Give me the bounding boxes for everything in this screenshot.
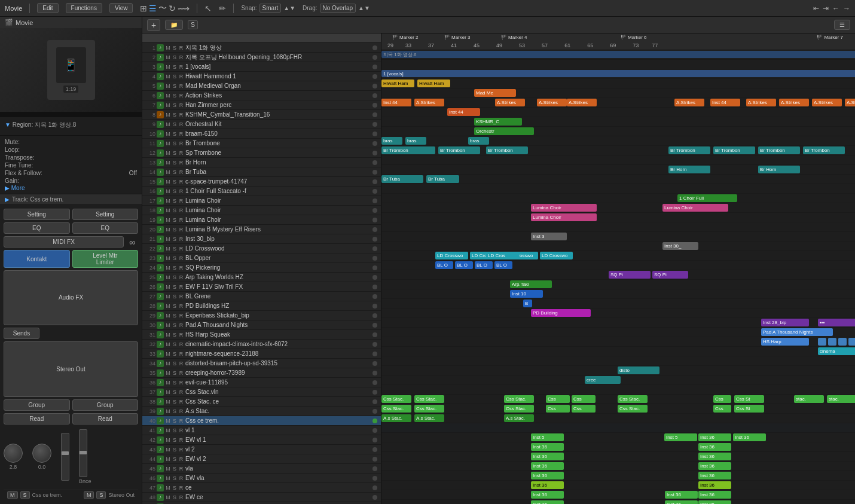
clip-astrikes10[interactable]: A.Strikes bbox=[845, 99, 855, 106]
clip-lumina1[interactable]: Lumina Choir bbox=[531, 204, 597, 212]
track-header-48[interactable]: 48 ♪ M S R EW ce bbox=[142, 493, 381, 502]
r-25[interactable]: R bbox=[178, 274, 184, 280]
clip-css2[interactable]: Css bbox=[546, 395, 570, 403]
s-37[interactable]: S bbox=[172, 389, 178, 395]
clip-br-trombone2[interactable]: Br Trombon bbox=[438, 146, 480, 154]
clip-inst36-r44-1[interactable]: Inst 36 bbox=[531, 462, 564, 470]
track-header-11[interactable]: 11 ♪ M S R Br Trombone bbox=[142, 139, 381, 148]
r-44[interactable]: R bbox=[178, 456, 184, 462]
m-16[interactable]: M bbox=[165, 188, 171, 194]
s-17[interactable]: S bbox=[172, 198, 178, 204]
clip-inst28[interactable]: Inst 28_bip bbox=[761, 319, 809, 326]
m-9[interactable]: M bbox=[165, 121, 171, 127]
s-btn-1[interactable]: S bbox=[20, 491, 30, 499]
clip-blo3[interactable]: BL O bbox=[475, 261, 493, 269]
clip-inst10[interactable]: Inst 10 bbox=[510, 290, 543, 298]
setting-btn-1[interactable]: Setting bbox=[4, 209, 70, 220]
clip-css-ce2[interactable]: Css Stac. bbox=[414, 405, 444, 413]
loop-icon[interactable]: ↻ bbox=[169, 4, 176, 13]
wave-icon[interactable]: 〜 bbox=[158, 3, 167, 14]
clip-inst36-r42-1[interactable]: Inst 36 bbox=[531, 443, 564, 451]
r-18[interactable]: R bbox=[178, 207, 184, 213]
clip-css-ce3[interactable]: Css Stac. bbox=[504, 405, 534, 413]
track-header-30[interactable]: 30 ♪ M S R Pad A Thousand Nights bbox=[142, 320, 381, 330]
clip-hiwatt1[interactable]: Hiwatt Ham bbox=[381, 80, 414, 87]
clip-sm3[interactable] bbox=[838, 338, 847, 346]
track-header-24[interactable]: 24 ♪ M S R SQ Pickering bbox=[142, 263, 381, 273]
r-27[interactable]: R bbox=[178, 294, 184, 300]
r-24[interactable]: R bbox=[178, 265, 184, 271]
zoom-in-icon[interactable]: ⇤ bbox=[813, 4, 819, 13]
clip-inst36-r48-3[interactable]: Inst 36 bbox=[698, 500, 731, 504]
list-icon[interactable]: ☰ bbox=[149, 4, 157, 13]
r-3[interactable]: R bbox=[178, 64, 184, 70]
r-31[interactable]: R bbox=[178, 332, 184, 338]
m-14[interactable]: M bbox=[165, 169, 171, 175]
clip-br-trombone1[interactable]: Br Trombon bbox=[381, 146, 435, 154]
clip-hs-harp[interactable]: HS Harp bbox=[761, 338, 809, 346]
r-6[interactable]: R bbox=[178, 93, 184, 99]
m-21[interactable]: M bbox=[165, 236, 171, 242]
s-14[interactable]: S bbox=[172, 169, 178, 175]
track-header-47[interactable]: 47 ♪ M S R ce bbox=[142, 483, 381, 493]
track-header-34[interactable]: 34 ♪ M S R distorted-braam-pitch-up-sd-3… bbox=[142, 359, 381, 368]
r-45[interactable]: R bbox=[178, 466, 184, 472]
clip-blo2[interactable]: BL O bbox=[455, 261, 473, 269]
m-42[interactable]: M bbox=[165, 437, 171, 443]
s-47[interactable]: S bbox=[172, 485, 178, 491]
r-5[interactable]: R bbox=[178, 83, 184, 89]
volume-knob[interactable] bbox=[4, 444, 23, 463]
s-13[interactable]: S bbox=[172, 160, 178, 166]
r-43[interactable]: R bbox=[178, 447, 184, 453]
clip-css-ce7[interactable]: Css bbox=[713, 405, 731, 413]
clip-inst36-r46-2[interactable]: Inst 36 bbox=[698, 481, 731, 489]
clip-br-trombone6[interactable]: Br Trombon bbox=[758, 146, 800, 154]
track-header-19[interactable]: 19 ♪ M S R Lumina Choir bbox=[142, 215, 381, 225]
m-29[interactable]: M bbox=[165, 313, 171, 319]
s-28[interactable]: S bbox=[172, 303, 178, 309]
r-12[interactable]: R bbox=[178, 150, 184, 156]
m-6[interactable]: M bbox=[165, 93, 171, 99]
r-23[interactable]: R bbox=[178, 255, 184, 261]
track-header-22[interactable]: 22 ♪ M S R LD Crosswood bbox=[142, 244, 381, 253]
level-mtr-btn[interactable]: Level MtrLimiter bbox=[72, 250, 139, 268]
tracks-canvas[interactable]: 지목 1화 영상.6 1 [vocals] Hiwatt Ham bbox=[381, 50, 855, 504]
clip-br-trombone4[interactable]: Br Trombon bbox=[668, 146, 710, 154]
track-header-32[interactable]: 32 ♪ M S R cinematic-impact-climax-intro… bbox=[142, 340, 381, 349]
track-header-4[interactable]: 4 ♪ M S R Hiwatt Hammond 1 bbox=[142, 72, 381, 81]
r-20[interactable]: R bbox=[178, 227, 184, 233]
s-44[interactable]: S bbox=[172, 456, 178, 462]
clip-astrikes4[interactable]: A.Strikes bbox=[537, 99, 567, 106]
m-5[interactable]: M bbox=[165, 83, 171, 89]
s-19[interactable]: S bbox=[172, 217, 178, 223]
track-header-25[interactable]: 25 ♪ M S R Arp Taking Worlds HZ bbox=[142, 273, 381, 282]
r-21[interactable]: R bbox=[178, 236, 184, 242]
clip-css-stac3[interactable]: Css Stac. bbox=[504, 395, 534, 403]
s-2[interactable]: S bbox=[172, 54, 178, 60]
r-9[interactable]: R bbox=[178, 121, 184, 127]
m-46[interactable]: M bbox=[165, 475, 171, 481]
drag-arrow[interactable]: ▲▼ bbox=[358, 5, 370, 11]
clip-inst28-2[interactable]: ▪▪▪ bbox=[818, 319, 855, 326]
track-header-8[interactable]: 8 ♪ M S R KSHMR_Cymbal_Transition_16 bbox=[142, 110, 381, 120]
s-4[interactable]: S bbox=[172, 74, 178, 80]
m-15[interactable]: M bbox=[165, 179, 171, 185]
m-13[interactable]: M bbox=[165, 160, 171, 166]
clip-inst36-r47-3[interactable]: Inst 36 bbox=[698, 491, 731, 499]
midi-fx-btn[interactable]: MIDI FX bbox=[4, 236, 124, 248]
clip-blo4[interactable]: BL O bbox=[494, 261, 512, 269]
clip-bras3[interactable]: bras bbox=[468, 137, 489, 145]
clip-hiwatt2[interactable]: Hiwatt Ham bbox=[417, 80, 450, 87]
m-22[interactable]: M bbox=[165, 246, 171, 252]
more-link[interactable]: ▶ More bbox=[5, 185, 137, 191]
clip-br-tuba1[interactable]: Br Tuba bbox=[381, 175, 423, 183]
clip-inst30[interactable]: Inst 30_ bbox=[662, 242, 698, 250]
s-40[interactable]: S bbox=[172, 418, 178, 424]
clip-astrikes7[interactable]: A.Strikes bbox=[746, 99, 776, 106]
r-8[interactable]: R bbox=[178, 112, 184, 118]
m-41[interactable]: M bbox=[165, 427, 171, 433]
s-6[interactable]: S bbox=[172, 93, 178, 99]
clip-css-stac1[interactable]: Css Stac. bbox=[381, 395, 411, 403]
read-btn-2[interactable]: Read bbox=[72, 413, 139, 424]
clip-css-st[interactable]: Css St bbox=[734, 395, 764, 403]
